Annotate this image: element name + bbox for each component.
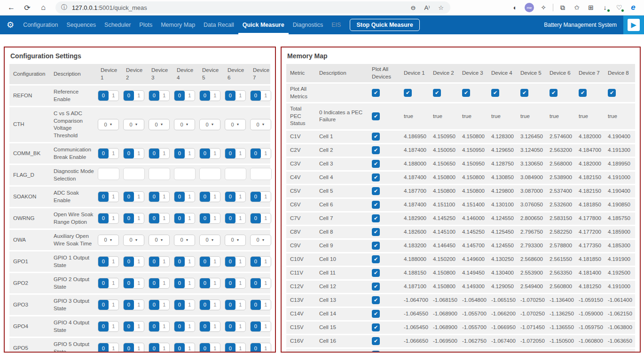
plot-checkbox[interactable]: ✔	[372, 112, 380, 120]
value-dropdown[interactable]: 0▼	[98, 235, 119, 246]
toggle-option-0[interactable]: 0	[124, 343, 134, 353]
toggle-option-1[interactable]: 1	[109, 322, 119, 331]
binary-toggle[interactable]: 01	[174, 278, 195, 289]
binary-toggle[interactable]: 01	[225, 213, 246, 224]
toggle-option-0[interactable]: 0	[200, 149, 210, 158]
value-dropdown[interactable]: 0▼	[149, 119, 170, 130]
toggle-option-1[interactable]: 1	[236, 322, 246, 331]
binary-toggle[interactable]: 01	[123, 343, 144, 353]
plot-checkbox[interactable]: ✔	[372, 351, 380, 353]
toggle-option-0[interactable]: 0	[200, 343, 210, 353]
plot-checkbox[interactable]: ✔	[491, 89, 499, 97]
value-dropdown[interactable]: 0▼	[174, 119, 195, 130]
toggle-option-0[interactable]: 0	[225, 91, 236, 101]
toggle-option-0[interactable]: 0	[200, 213, 210, 223]
toggle-option-1[interactable]: 1	[185, 192, 195, 202]
toggle-option-1[interactable]: 1	[185, 300, 195, 310]
plot-checkbox[interactable]: ✔	[404, 89, 412, 97]
toggle-option-0[interactable]: 0	[149, 343, 159, 353]
settings-gear-icon[interactable]: ⚙	[5, 20, 19, 30]
value-dropdown[interactable]: 0▼	[225, 235, 246, 246]
binary-toggle[interactable]: 01	[149, 191, 170, 202]
binary-toggle[interactable]: 01	[225, 148, 246, 159]
binary-toggle[interactable]: 01	[174, 299, 195, 310]
binary-toggle[interactable]: 01	[250, 278, 271, 289]
toggle-option-0[interactable]: 0	[98, 257, 109, 267]
binary-toggle[interactable]: 01	[199, 191, 220, 202]
toggle-option-0[interactable]: 0	[200, 278, 210, 288]
toggle-option-1[interactable]: 1	[210, 278, 220, 288]
toggle-option-0[interactable]: 0	[251, 278, 261, 288]
binary-toggle[interactable]: 01	[199, 343, 220, 353]
plot-checkbox[interactable]: ✔	[372, 214, 380, 222]
binary-toggle[interactable]: 01	[149, 148, 170, 159]
toggle-option-0[interactable]: 0	[124, 192, 134, 202]
toggle-option-0[interactable]: 0	[174, 343, 185, 353]
toggle-option-1[interactable]: 1	[236, 91, 246, 101]
toggle-option-0[interactable]: 0	[251, 300, 261, 310]
binary-toggle[interactable]: 01	[225, 90, 246, 101]
toggle-option-1[interactable]: 1	[261, 257, 271, 267]
toggle-option-1[interactable]: 1	[236, 149, 246, 158]
toggle-option-1[interactable]: 1	[109, 192, 119, 202]
toggle-option-0[interactable]: 0	[200, 300, 210, 310]
toggle-option-1[interactable]: 1	[134, 91, 144, 101]
plot-checkbox[interactable]: ✔	[372, 269, 380, 277]
binary-toggle[interactable]: 01	[174, 321, 195, 332]
toggle-option-0[interactable]: 0	[225, 213, 236, 223]
binary-toggle[interactable]: 01	[98, 343, 119, 353]
toggle-option-0[interactable]: 0	[174, 322, 185, 331]
binary-toggle[interactable]: 01	[225, 299, 246, 310]
toggle-option-1[interactable]: 1	[109, 278, 119, 288]
site-info-icon[interactable]: ⓘ	[59, 3, 69, 12]
toggle-option-1[interactable]: 1	[134, 343, 144, 353]
nav-item-sequences[interactable]: Sequences	[63, 16, 101, 34]
toggle-option-0[interactable]: 0	[200, 91, 210, 101]
binary-toggle[interactable]: 01	[250, 343, 271, 353]
extension-a-icon[interactable]: ◐	[509, 1, 521, 14]
value-dropdown[interactable]: 0▼	[123, 235, 144, 246]
value-dropdown[interactable]: 0▼	[98, 119, 119, 130]
nav-item-configuration[interactable]: Configuration	[19, 16, 62, 34]
toggle-option-0[interactable]: 0	[124, 213, 134, 223]
toggle-option-0[interactable]: 0	[149, 192, 159, 202]
binary-toggle[interactable]: 01	[174, 191, 195, 202]
nav-item-plots[interactable]: Plots	[135, 16, 157, 34]
binary-toggle[interactable]: 01	[123, 278, 144, 289]
value-dropdown[interactable]: 0▼	[123, 119, 144, 130]
binary-toggle[interactable]: 01	[149, 213, 170, 224]
value-input[interactable]	[98, 168, 119, 180]
toggle-option-1[interactable]: 1	[210, 149, 220, 158]
binary-toggle[interactable]: 01	[98, 213, 119, 224]
binary-toggle[interactable]: 01	[250, 90, 271, 101]
toggle-option-1[interactable]: 1	[159, 322, 170, 331]
plot-checkbox[interactable]: ✔	[462, 89, 470, 97]
nav-item-diagnostics[interactable]: Diagnostics	[289, 16, 328, 34]
binary-toggle[interactable]: 01	[174, 343, 195, 353]
toggle-option-0[interactable]: 0	[225, 300, 236, 310]
binary-toggle[interactable]: 01	[149, 343, 170, 353]
toggle-option-0[interactable]: 0	[98, 343, 109, 353]
toggle-option-1[interactable]: 1	[210, 343, 220, 353]
binary-toggle[interactable]: 01	[149, 321, 170, 332]
toggle-option-0[interactable]: 0	[149, 300, 159, 310]
binary-toggle[interactable]: 01	[123, 299, 144, 310]
plot-checkbox[interactable]: ✔	[372, 133, 380, 141]
plot-checkbox[interactable]: ✔	[372, 187, 380, 195]
plot-checkbox[interactable]: ✔	[372, 296, 380, 304]
toggle-option-0[interactable]: 0	[174, 300, 185, 310]
plot-checkbox[interactable]: ✔	[372, 201, 380, 209]
binary-toggle[interactable]: 01	[199, 213, 220, 224]
toggle-option-1[interactable]: 1	[210, 91, 220, 101]
toggle-option-1[interactable]: 1	[134, 213, 144, 223]
binary-toggle[interactable]: 01	[225, 256, 246, 267]
copilot-icon[interactable]: ✧	[537, 1, 550, 14]
toggle-option-1[interactable]: 1	[134, 257, 144, 267]
toggle-option-1[interactable]: 1	[159, 343, 170, 353]
toggle-option-0[interactable]: 0	[98, 213, 109, 223]
toggle-option-1[interactable]: 1	[236, 257, 246, 267]
toggle-option-1[interactable]: 1	[159, 192, 170, 202]
binary-toggle[interactable]: 01	[98, 191, 119, 202]
run-button[interactable]: ▶	[623, 16, 644, 34]
binary-toggle[interactable]: 01	[123, 148, 144, 159]
